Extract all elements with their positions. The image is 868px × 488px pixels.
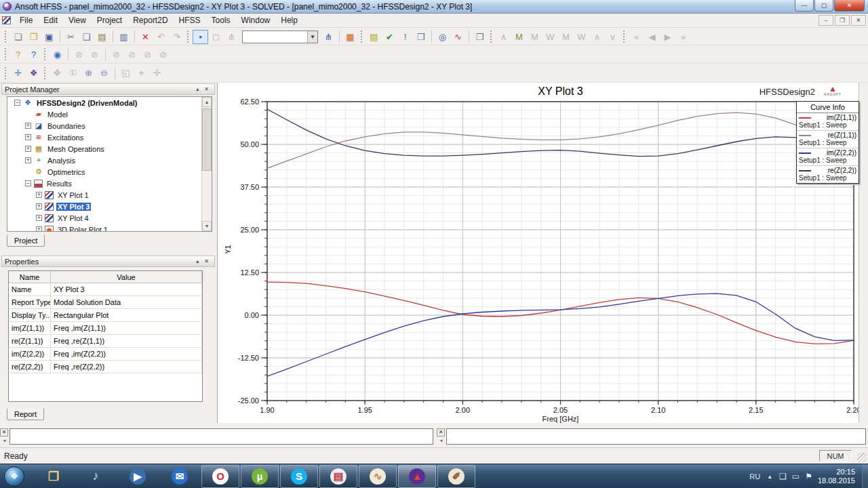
tree-item-label[interactable]: Mesh Operations bbox=[46, 145, 106, 153]
tree-item[interactable]: +◪Boundaries bbox=[7, 120, 212, 131]
select-object-button[interactable]: ▪ bbox=[193, 30, 208, 44]
tree-item-label[interactable]: Analysis bbox=[46, 157, 77, 165]
taskbar-utorrent[interactable]: µ bbox=[241, 465, 279, 488]
copy-image-button[interactable]: ❒ bbox=[472, 30, 488, 44]
create-report-button[interactable]: ∿ bbox=[450, 30, 466, 44]
orbit-view-button[interactable]: ❖ bbox=[26, 66, 41, 80]
zoom-out-button[interactable]: ⊖ bbox=[96, 66, 112, 80]
panel-pin-icon[interactable]: ▴ bbox=[193, 86, 201, 92]
snap-mode-select[interactable]: ▼ bbox=[242, 30, 318, 43]
hide-others-button[interactable]: ⊘ bbox=[87, 47, 102, 62]
tree-expander-icon[interactable]: + bbox=[36, 203, 42, 209]
trace-style-button-1[interactable]: ∧ bbox=[496, 30, 511, 44]
boolean-add-button[interactable]: ✛ bbox=[10, 66, 26, 80]
tree-item[interactable]: +3D Polar Plot 1 bbox=[7, 224, 212, 232]
mdi-restore-button[interactable]: ❐ bbox=[835, 15, 850, 26]
solution-data-button[interactable]: ▦ bbox=[342, 30, 358, 44]
taskbar-ansoft[interactable]: ▲ bbox=[398, 465, 436, 488]
tree-expander-icon[interactable]: + bbox=[36, 226, 42, 232]
magnify-button[interactable]: ⌖ bbox=[134, 66, 149, 80]
tree-expander-icon[interactable]: − bbox=[14, 100, 20, 106]
menu-help[interactable]: Help bbox=[275, 14, 303, 26]
language-indicator[interactable]: RU bbox=[749, 472, 760, 481]
properties-row[interactable]: im(Z(2,2))Freq ,im(Z(2,2)) bbox=[9, 348, 202, 361]
cut-button[interactable]: ✂ bbox=[63, 30, 79, 44]
property-value[interactable]: Freq ,re(Z(2,2)) bbox=[51, 361, 202, 373]
properties-row[interactable]: NameXY Plot 3 bbox=[9, 283, 202, 296]
taskbar-designer[interactable]: ∿ bbox=[359, 465, 397, 488]
show-visibility-button-1[interactable]: ⊘ bbox=[108, 47, 124, 62]
taskbar-explorer[interactable]: ❒ bbox=[33, 465, 75, 488]
tab-project[interactable]: Project bbox=[7, 235, 45, 247]
show-visibility-button-4[interactable]: ⊘ bbox=[155, 47, 171, 62]
properties-row[interactable]: Display Ty...Rectangular Plot bbox=[9, 309, 202, 322]
taskbar-skype[interactable]: S bbox=[280, 465, 318, 488]
mdi-close-button[interactable]: ✕ bbox=[851, 15, 866, 26]
properties-row[interactable]: re(Z(2,2))Freq ,re(Z(2,2)) bbox=[9, 361, 202, 373]
close-button[interactable]: ✕ bbox=[834, 0, 865, 12]
mdi-document-icon[interactable] bbox=[2, 16, 11, 24]
nav-prev-button[interactable]: ◀ bbox=[644, 30, 660, 44]
property-value[interactable]: Freq ,re(Z(1,1)) bbox=[51, 335, 202, 348]
property-value[interactable]: XY Plot 3 bbox=[51, 283, 202, 296]
validate-button[interactable]: ✔ bbox=[382, 30, 397, 44]
tree-expander-icon[interactable]: + bbox=[36, 215, 42, 221]
app-icon[interactable] bbox=[3, 2, 12, 11]
minimize-button[interactable]: — bbox=[795, 0, 814, 12]
properties-row[interactable]: Report TypeModal Solution Data bbox=[9, 296, 202, 309]
nav-last-button[interactable]: » bbox=[675, 30, 691, 44]
scroll-down-icon[interactable]: ▼ bbox=[202, 221, 212, 231]
maximize-button[interactable]: ▢ bbox=[814, 0, 833, 12]
chevron-down-icon[interactable]: ▼ bbox=[307, 31, 317, 43]
message-content[interactable] bbox=[9, 428, 433, 445]
hide-selection-button[interactable]: ⊘ bbox=[71, 47, 87, 62]
tray-display-icon[interactable]: ▭ bbox=[792, 472, 800, 481]
trace-style-button-4[interactable]: W bbox=[542, 30, 558, 44]
resize-grip[interactable] bbox=[857, 453, 867, 462]
tree-item-label[interactable]: Results bbox=[45, 180, 73, 188]
menu-hfss[interactable]: HFSS bbox=[174, 14, 206, 26]
tree-item-label[interactable]: XY Plot 4 bbox=[56, 214, 90, 222]
trace-style-button-5[interactable]: M bbox=[558, 30, 574, 44]
tree-expander-icon[interactable]: + bbox=[25, 146, 31, 152]
scroll-up-icon[interactable]: ▲ bbox=[202, 97, 212, 107]
coordinate-system-button[interactable]: ⋔ bbox=[224, 30, 239, 44]
tree-item[interactable]: +XY Plot 4 bbox=[7, 212, 212, 224]
tree-item[interactable]: ⚙Optimetrics bbox=[7, 166, 212, 178]
property-value[interactable]: Freq ,im(Z(1,1)) bbox=[51, 322, 202, 335]
trace-style-button-8[interactable]: ∨ bbox=[605, 30, 620, 44]
xy-plot-canvas[interactable]: XY Plot 3 HFSSDesign2 ▲ ANSOFT Y1 62.505… bbox=[217, 83, 859, 423]
curve-info-legend[interactable]: Curve Info im(Z(1,1))Setup1 : Sweepre(Z(… bbox=[796, 101, 859, 184]
menu-window[interactable]: Window bbox=[236, 14, 276, 26]
properties-row[interactable]: re(Z(1,1))Freq ,re(Z(1,1)) bbox=[9, 335, 202, 348]
tree-item-label[interactable]: XY Plot 3 bbox=[56, 203, 91, 211]
tree-item-label[interactable]: Model bbox=[46, 110, 69, 119]
zoom-100-button[interactable]: ① bbox=[65, 66, 81, 80]
legend-entry[interactable]: im(Z(1,1))Setup1 : Sweep bbox=[797, 113, 859, 131]
tree-item[interactable]: +XY Plot 1 bbox=[7, 189, 212, 201]
tree-item-label[interactable]: Boundaries bbox=[46, 122, 87, 130]
show-all-button[interactable]: ◉ bbox=[50, 47, 65, 62]
analyze-all-button[interactable]: ! bbox=[397, 30, 413, 44]
start-button[interactable]: ❖ bbox=[4, 466, 24, 487]
pan-button[interactable]: ✥ bbox=[50, 66, 65, 80]
message-collapse-icon[interactable]: ◂ bbox=[0, 438, 9, 443]
plot-chart[interactable]: 62.5050.0037.5025.0012.500.00-12.50-25.0… bbox=[218, 83, 859, 423]
panel-close-icon[interactable]: ✕ bbox=[201, 86, 212, 92]
show-desktop-button[interactable] bbox=[862, 464, 868, 488]
context-help-button[interactable]: ? bbox=[26, 47, 41, 62]
menu-file[interactable]: File bbox=[14, 14, 38, 26]
zoom-in-button[interactable]: ⊕ bbox=[81, 66, 96, 80]
tab-report[interactable]: Report bbox=[7, 408, 44, 420]
progress-content[interactable] bbox=[446, 428, 866, 445]
tree-expander-icon[interactable]: + bbox=[25, 123, 31, 129]
panel-pin-icon[interactable]: ▴ bbox=[193, 258, 201, 264]
delete-button[interactable]: ✕ bbox=[138, 30, 153, 44]
tree-expander-icon[interactable]: + bbox=[25, 157, 31, 163]
nav-first-button[interactable]: « bbox=[629, 30, 644, 44]
tree-item[interactable]: +▦Mesh Operations bbox=[7, 143, 212, 155]
legend-entry[interactable]: re(Z(1,1))Setup1 : Sweep bbox=[797, 131, 859, 148]
tree-scrollbar[interactable]: ▲ ▼ bbox=[201, 97, 212, 231]
save-button[interactable]: ▣ bbox=[41, 30, 57, 44]
taskbar-opera[interactable]: O bbox=[201, 465, 239, 488]
